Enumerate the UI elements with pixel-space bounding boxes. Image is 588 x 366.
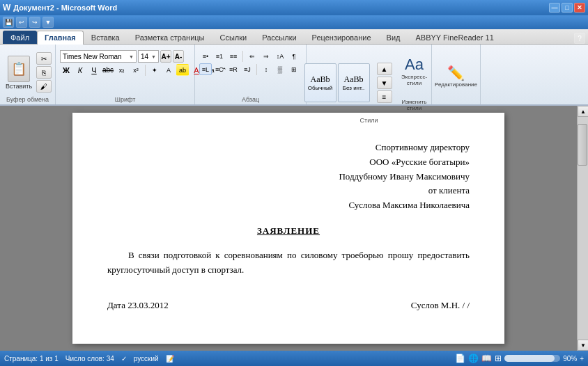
decrease-indent-button[interactable]: ⇐ <box>246 50 258 62</box>
clear-format-button[interactable]: ✦ <box>148 64 161 76</box>
spell-check-icon[interactable]: ✓ <box>121 355 127 363</box>
tab-references[interactable]: Ссылки <box>212 31 254 44</box>
title-bar-left: W Документ2 - Microsoft Word <box>3 3 117 13</box>
font-size-dropdown[interactable]: 14 ▼ <box>138 50 159 63</box>
vertical-scrollbar[interactable]: ▲ ▼ <box>577 106 588 351</box>
express-styles-button[interactable]: Aa Экспресс-стили <box>395 50 434 92</box>
font-decrease-button[interactable]: A- <box>173 50 184 63</box>
tab-view[interactable]: Вид <box>379 31 408 44</box>
doc-title: ЗАЯВЛЕНИЕ <box>107 224 470 238</box>
font-group-label: Шрифт <box>115 96 136 103</box>
tab-review[interactable]: Рецензирование <box>304 31 379 44</box>
font-name-dropdown[interactable]: Times New Roman ▼ <box>60 50 137 63</box>
tab-abbyy[interactable]: ABBYY FineReader 11 <box>408 31 501 44</box>
editing-group: ✏️ Редактирование <box>432 45 481 104</box>
editing-button[interactable]: ✏️ Редактирование <box>435 55 477 97</box>
zoom-slider[interactable] <box>504 355 560 362</box>
word-icon: W <box>3 3 10 13</box>
style-normal[interactable]: AaBb Обычный <box>304 63 336 102</box>
superscript-button[interactable]: x² <box>130 64 142 76</box>
zoom-fill <box>504 355 555 362</box>
zoom-in-button[interactable]: + <box>580 355 584 363</box>
clipboard-side: ✂ ⎘ 🖌 <box>36 52 52 93</box>
quick-access-more-button[interactable]: ▼ <box>42 17 54 28</box>
scroll-track[interactable] <box>578 117 588 340</box>
editing-label: Редактирование <box>435 81 477 88</box>
align-center-button[interactable]: ≡C <box>213 63 226 75</box>
doc-address: Спортивному директору ООО «Русские богат… <box>107 141 470 213</box>
cut-button[interactable]: ✂ <box>36 52 52 65</box>
scroll-up-button[interactable]: ▲ <box>578 106 588 117</box>
subscript-button[interactable]: x₂ <box>116 64 128 76</box>
shading-button[interactable]: ▒ <box>274 63 286 75</box>
align-right-button[interactable]: ≡R <box>227 63 240 75</box>
styles-group: AaBb Обычный AaBb Без инт.. ▲ ▼ ≡ Aa Экс… <box>307 45 432 104</box>
format-painter-button[interactable]: 🖌 <box>36 80 52 93</box>
save-quick-button[interactable]: 💾 <box>3 17 14 28</box>
doc-body: В связи подготовкой к соревнованиям по с… <box>107 248 470 278</box>
show-marks-button[interactable]: ¶ <box>288 50 300 62</box>
styles-scroll-up[interactable]: ▲ <box>377 63 392 75</box>
italic-button[interactable]: К <box>74 64 86 76</box>
multilevel-button[interactable]: ≡≡ <box>227 50 240 62</box>
close-button[interactable]: ✕ <box>574 3 585 13</box>
text-effects-button[interactable]: A <box>162 64 175 76</box>
word-count: Число слов: 34 <box>65 355 114 363</box>
increase-indent-button[interactable]: ⇒ <box>260 50 272 62</box>
paragraph-group-label: Абзац <box>242 96 259 103</box>
bullets-button[interactable]: ≡• <box>199 50 212 62</box>
window-title: Документ2 - Microsoft Word <box>13 3 117 12</box>
paste-button[interactable]: 📋 Вставить <box>3 54 34 91</box>
borders-button[interactable]: ⊞ <box>288 63 300 75</box>
strikethrough-button[interactable]: abc <box>102 64 114 76</box>
language-indicator[interactable]: русский <box>134 355 159 363</box>
copy-button[interactable]: ⎘ <box>36 66 52 79</box>
document-page: Спортивному директору ООО «Русские богат… <box>72 113 504 344</box>
ribbon-tabs: Файл Главная Вставка Разметка страницы С… <box>0 29 588 45</box>
zoom-level: 90% <box>563 355 577 363</box>
styles-more[interactable]: ≡ <box>377 90 392 103</box>
tab-home[interactable]: Главная <box>37 31 84 45</box>
doc-footer-date: Дата 23.03.2012 <box>107 299 169 312</box>
align-buttons-row: ≡L ≡C ≡R ≡J ↕ ▒ ⊞ <box>199 63 300 75</box>
ribbon-help-button[interactable]: ? <box>574 33 585 44</box>
maximize-button[interactable]: □ <box>562 3 573 13</box>
tab-insert[interactable]: Вставка <box>84 31 127 44</box>
sort-button[interactable]: ↕A <box>274 50 286 62</box>
tab-page-layout[interactable]: Разметка страницы <box>127 31 212 44</box>
styles-scroll-down[interactable]: ▼ <box>377 77 392 89</box>
scroll-thumb[interactable] <box>578 124 587 166</box>
numbering-button[interactable]: ≡1 <box>213 50 226 62</box>
minimize-button[interactable]: — <box>549 3 560 13</box>
clipboard-group: 📋 Вставить ✂ ⎘ 🖌 Буфер обмена <box>0 45 56 104</box>
view-layout-button[interactable]: ⊞ <box>495 353 502 363</box>
undo-quick-button[interactable]: ↩ <box>16 17 27 28</box>
address-line-2: ООО «Русские богатыри» <box>107 155 470 170</box>
view-normal-button[interactable]: 📄 <box>455 353 465 363</box>
redo-quick-button[interactable]: ↪ <box>29 17 40 28</box>
align-left-button[interactable]: ≡L <box>199 63 212 75</box>
scroll-down-button[interactable]: ▼ <box>578 340 588 351</box>
title-bar-controls[interactable]: — □ ✕ <box>549 3 585 13</box>
font-size-value: 14 <box>141 53 148 61</box>
list-buttons-row: ≡• ≡1 ≡≡ ⇐ ⇒ ↕A ¶ <box>199 50 300 62</box>
document-area[interactable]: Спортивному директору ООО «Русские богат… <box>0 106 577 351</box>
line-spacing-button[interactable]: ↕ <box>260 63 272 75</box>
underline-button[interactable]: Ч <box>88 64 100 76</box>
doc-footer: Дата 23.03.2012 Суслов М.Н. / / <box>107 299 470 312</box>
view-read-button[interactable]: 📖 <box>481 353 492 363</box>
styles-group-label: Стили <box>360 117 378 124</box>
bold-button[interactable]: Ж <box>60 64 72 76</box>
change-styles-button[interactable]: Изменить стили <box>395 95 434 116</box>
font-increase-button[interactable]: A+ <box>160 50 171 63</box>
tab-file[interactable]: Файл <box>3 31 37 44</box>
style-no-spacing[interactable]: AaBb Без инт.. <box>338 63 370 102</box>
track-changes-icon[interactable]: 📝 <box>166 355 174 363</box>
paste-label: Вставить <box>6 83 32 90</box>
font-group: Times New Roman ▼ 14 ▼ A+ A- Ж К Ч abc x… <box>56 45 195 104</box>
tab-mailings[interactable]: Рассылки <box>254 31 304 44</box>
view-web-button[interactable]: 🌐 <box>468 353 479 363</box>
page-info: Страница: 1 из 1 <box>4 355 59 363</box>
align-justify-button[interactable]: ≡J <box>241 63 254 75</box>
text-highlight-button[interactable]: ab <box>176 64 189 76</box>
